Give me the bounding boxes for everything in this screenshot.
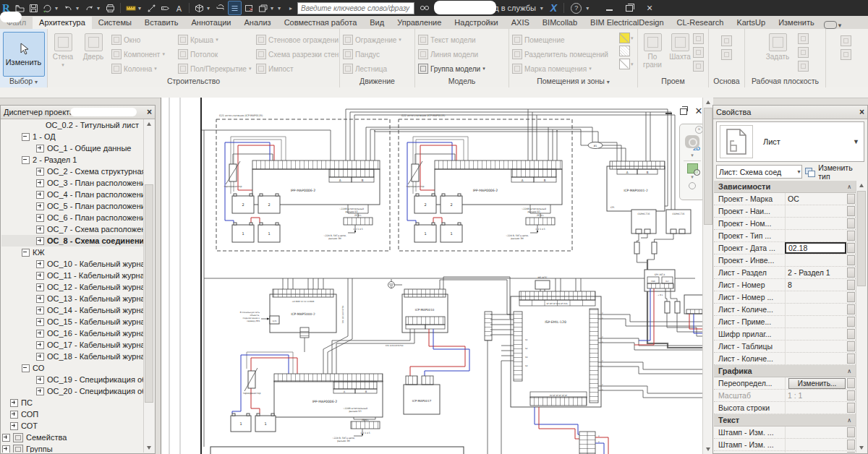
property-value[interactable] [785,439,846,450]
property-value[interactable] [785,316,846,327]
tree-item[interactable]: ОС_2 - Схема структурная [1,166,143,177]
tab-bimcollab[interactable]: BIMcollab [536,17,584,29]
property-value[interactable] [785,218,846,229]
scroll-up-icon[interactable] [144,119,154,129]
panel-label-workplane[interactable]: Рабочая плоскость [745,76,825,87]
associate-parameter-button[interactable] [847,452,855,453]
tree-item[interactable]: ОС_16 - Кабельный журна [1,327,143,339]
collapse-icon[interactable]: ∧ [847,184,851,190]
tree-item[interactable]: ОС_6 - План расположения [1,212,143,223]
panel-label-build[interactable]: Строительство [48,76,339,87]
tree-item[interactable]: ОС_18 - Кабельный журна [1,351,143,362]
ref-plane-icon[interactable] [798,47,809,58]
text-icon[interactable]: A [173,1,185,14]
tree-item[interactable]: ОС_11 - Кабельный журна [1,270,143,281]
scroll-down-icon[interactable] [856,443,867,453]
property-value[interactable] [785,205,846,217]
keyword-search-input[interactable] [297,2,414,14]
properties-title[interactable]: Свойства × [713,106,867,119]
scroll-thumb[interactable] [704,108,712,225]
property-section-header[interactable]: Текст∧ [714,414,856,427]
tab-cl-research[interactable]: CL-Research [671,17,731,29]
expander-icon[interactable] [36,283,44,291]
property-section-header[interactable]: Зависимости∧ [714,181,856,193]
tree-item[interactable]: Семейства [1,432,143,443]
minimize-button[interactable] [599,0,619,16]
property-value[interactable] [785,230,846,241]
associate-parameter-button[interactable] [847,341,855,351]
associate-parameter-button[interactable] [847,267,855,278]
dormer-opening-icon[interactable] [693,61,704,72]
panel-label-rooms[interactable]: Помещения и зоны ▾ [509,76,637,87]
expander-icon[interactable] [22,133,30,141]
property-value[interactable] [785,402,846,414]
canvas-scrollbar[interactable] [702,98,713,454]
expander-icon[interactable] [36,226,44,234]
close-button[interactable]: × [639,0,660,16]
expander-icon[interactable] [36,307,44,314]
expander-icon[interactable] [36,145,44,153]
expander-icon[interactable] [22,249,30,257]
associate-parameter-button[interactable] [847,243,855,253]
print-icon[interactable] [104,1,116,14]
exchange-apps-icon[interactable]: X [550,2,557,14]
area-icon[interactable] [619,33,630,43]
associate-parameter-button[interactable] [847,378,855,388]
tool-shaft[interactable]: Шахта [667,31,693,76]
tree-item[interactable]: ОС_8 - Схема соединени [1,235,143,247]
viewer-icon[interactable] [798,61,809,72]
scroll-thumb[interactable] [145,184,153,403]
property-value[interactable] [785,304,846,315]
view-minimize-icon[interactable] [663,106,673,116]
scroll-up-icon[interactable] [703,98,713,107]
undo-caret-icon[interactable]: ▾ [76,5,82,12]
panel-label-model[interactable]: Модель [415,76,509,87]
section-icon[interactable] [214,1,226,14]
tree-item[interactable]: СОТ [1,420,143,432]
redo-icon[interactable] [83,1,95,14]
tree-item[interactable]: ОС_20 - Спецификация обо [1,385,143,397]
wall-opening-icon[interactable] [693,33,704,44]
panel-label-opening[interactable]: Проем [638,76,708,87]
expander-icon[interactable] [10,411,18,419]
scroll-up-icon[interactable] [856,181,867,190]
tool-ceiling[interactable]: Потолок [175,47,253,61]
tab-анализ[interactable]: Анализ [237,17,277,29]
expander-icon[interactable] [36,260,44,268]
tree-item[interactable]: ОС_3 - План расположения [1,177,143,189]
default-3d-view-icon[interactable] [193,1,205,14]
tree-item[interactable]: ОС_1 - Общие данные [1,142,143,154]
tree-item[interactable]: ОС_4 - План расположения [1,189,143,200]
associate-parameter-button[interactable] [847,403,855,413]
edit-overrides-button[interactable]: Изменить... [788,378,846,389]
switch-windows-caret-icon[interactable]: ▾ [271,5,276,12]
tab-управление[interactable]: Управление [391,17,448,29]
wheel-caret-icon[interactable]: ▾ [691,153,694,158]
tab-аннотации[interactable]: Аннотации [185,17,238,29]
help-caret-icon[interactable]: ▾ [586,5,592,12]
type-selector[interactable]: Лист ▼ [716,121,864,162]
tool-door[interactable]: Дверь [78,31,109,76]
zoom-caret-icon[interactable]: ▾ [691,174,694,180]
scroll-down-icon[interactable] [144,443,154,453]
area-tag-icon[interactable] [619,59,630,69]
expander-icon[interactable] [36,353,44,361]
view-restore-icon[interactable] [678,106,689,116]
tool-ramp[interactable]: Пандус [340,47,414,61]
property-value[interactable] [785,328,846,340]
property-value[interactable] [785,353,846,364]
sync-icon[interactable] [41,1,54,14]
tool-set-workplane[interactable]: Задать [762,31,793,76]
tree-item[interactable]: 2 - Раздел 1 [1,154,143,166]
tab-совместная-работа[interactable]: Совместная работа [278,17,364,29]
tree-item[interactable]: ОС_13 - Кабельный журна [1,293,143,304]
property-section-header[interactable]: Графика∧ [714,365,856,377]
property-value[interactable] [785,451,846,453]
redo-caret-icon[interactable]: ▾ [97,5,103,12]
associate-parameter-button[interactable] [847,255,855,265]
tree-item[interactable]: СОП [1,408,143,420]
tool-roof[interactable]: Крыша▾ [175,33,253,47]
tool-model-group[interactable]: Группа модели▾ [415,61,509,76]
properties-scrollbar[interactable] [856,181,867,453]
tree-item[interactable]: КЖ [1,247,143,258]
